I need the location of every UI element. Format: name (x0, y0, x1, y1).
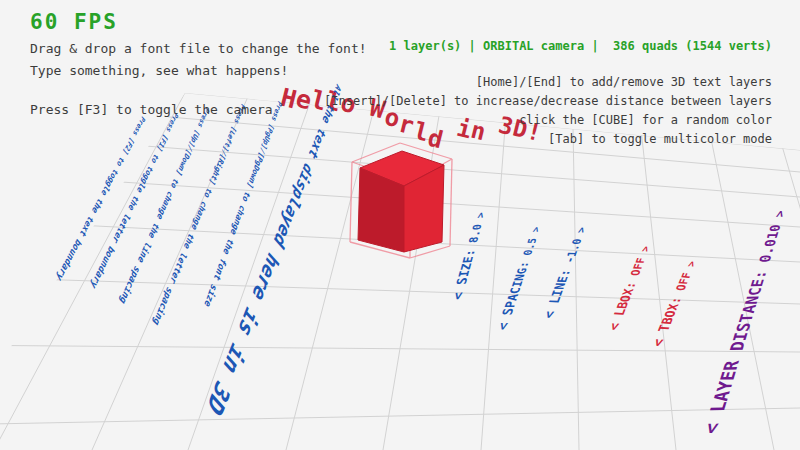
glyph: < (450, 292, 466, 300)
glyph (653, 331, 670, 339)
glyph (472, 218, 484, 225)
glyph: O (618, 295, 633, 302)
glyph: N (513, 274, 527, 281)
glyph (498, 315, 514, 322)
glyph (627, 275, 641, 282)
glyph: O (663, 310, 679, 318)
glyph: F (680, 272, 694, 279)
glyph: 1 (567, 250, 581, 257)
glyph: 0 (570, 238, 583, 244)
glyph: A (741, 304, 760, 313)
glyph: E (718, 371, 739, 381)
glyph: I (457, 270, 472, 278)
glyph: Z (459, 263, 473, 271)
glyph (573, 233, 586, 239)
glyph: I (731, 332, 751, 342)
help-line: [Home]/[End] to add/remove 3D text layer… (324, 74, 772, 90)
glyph: < (606, 323, 622, 331)
glyph: > (575, 227, 588, 233)
help-line: Type something, see what happens! (30, 62, 367, 80)
glyph: : (624, 282, 639, 289)
glyph: : (518, 262, 531, 268)
help-line (30, 83, 367, 97)
glyph: . (569, 244, 582, 250)
grid-line (0, 408, 800, 425)
glyph: O (629, 269, 643, 276)
glyph (672, 290, 687, 297)
glyph: A (711, 391, 733, 402)
glyph (520, 255, 533, 261)
glyph: . (524, 244, 537, 250)
glyph (528, 232, 540, 238)
glyph (465, 243, 479, 250)
glyph: P (503, 301, 518, 308)
glyph: - (563, 257, 577, 264)
glyph: S (455, 277, 470, 285)
glyph (610, 316, 626, 324)
help-line: Drag & drop a font file to change the fo… (30, 40, 367, 58)
glyph: 0 (471, 224, 484, 231)
help-line: [Tab] to toggle multicolor mode (324, 131, 772, 147)
glyph: A (505, 294, 520, 301)
help-line: click the [CUBE] for a random color (324, 112, 772, 128)
glyph: C (509, 287, 524, 294)
glyph: F (678, 278, 692, 285)
glyph (770, 217, 785, 224)
fps-counter: 60 FPS (30, 8, 118, 36)
glyph: R (721, 361, 742, 371)
glyph: S (734, 322, 754, 332)
glyph: E (556, 276, 571, 283)
glyph: 0 (521, 249, 534, 255)
glyph: T (657, 324, 673, 332)
glyph: < (700, 423, 723, 434)
glyph: O (675, 284, 689, 291)
glyph: > (530, 227, 542, 232)
glyph: N (744, 296, 763, 305)
glyph (682, 266, 695, 273)
glyph: > (685, 261, 698, 267)
glyph: < (541, 311, 557, 319)
glyph: G (515, 268, 529, 274)
glyph (754, 262, 771, 270)
glyph: Y (714, 381, 736, 392)
glyph: 0 (762, 239, 778, 247)
glyph: S (501, 308, 516, 315)
status-line: 1 layer(s) | ORBITAL camera | 386 quads … (324, 38, 772, 54)
glyph: N (552, 283, 567, 290)
glyph: : (752, 270, 770, 278)
glyph: L (613, 309, 629, 317)
glyph: : (558, 269, 573, 276)
glyph: : (464, 249, 478, 256)
glyph: I (550, 289, 565, 296)
glyph: < (650, 338, 667, 347)
glyph: . (760, 247, 777, 255)
glyph: < (495, 323, 511, 330)
glyph: : (669, 297, 684, 304)
glyph (704, 412, 727, 423)
glyph: B (660, 317, 676, 325)
glyph: D (727, 341, 747, 351)
glyph: L (547, 296, 563, 304)
glyph (636, 251, 649, 257)
top-left-help: Drag & drop a font file to change the fo… (30, 40, 367, 123)
glyph: > (475, 212, 487, 218)
glyph: B (615, 302, 631, 310)
glyph: 5 (526, 238, 538, 244)
glyph: I (511, 281, 525, 288)
glyph: E (749, 279, 767, 288)
glyph: F (634, 257, 647, 263)
cube[interactable] (358, 151, 444, 252)
glyph: . (470, 230, 483, 237)
glyph: E (462, 256, 476, 264)
help-line: [Insert]/[Delete] to increase/decrease d… (324, 93, 772, 109)
glyph (453, 284, 468, 292)
glyph: 0 (758, 254, 775, 262)
glyph: 0 (768, 224, 783, 231)
glyph: 8 (467, 236, 480, 243)
help-line: Press [F3] to toggle the camera (30, 101, 367, 119)
glyph: L (708, 401, 731, 412)
cube-wire-edge[interactable] (450, 159, 452, 246)
glyph: > (639, 246, 652, 252)
glyph: X (622, 288, 637, 295)
glyph: X (666, 303, 681, 311)
